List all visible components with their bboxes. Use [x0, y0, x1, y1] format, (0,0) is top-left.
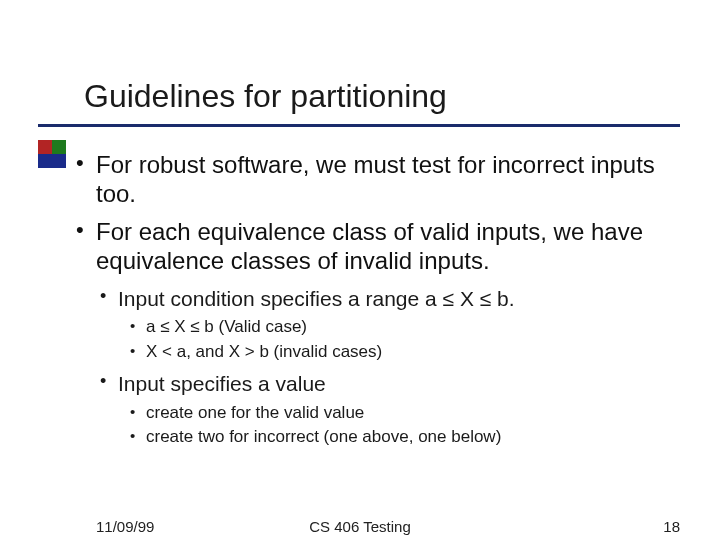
- title-row: Guidelines for partitioning: [84, 78, 680, 115]
- content-area: For robust software, we must test for in…: [96, 150, 670, 457]
- title-underline: [38, 124, 680, 127]
- bullet-item: For robust software, we must test for in…: [96, 150, 670, 209]
- bullet-text: create one for the valid value: [146, 403, 364, 422]
- bullet-text: For each equivalence class of valid inpu…: [96, 218, 643, 274]
- subsub-bullet-item: create one for the valid value: [146, 402, 670, 425]
- bullet-text: Input condition specifies a range a ≤ X …: [118, 287, 515, 310]
- footer-center: CS 406 Testing: [309, 518, 410, 535]
- bullet-list: For robust software, we must test for in…: [96, 150, 670, 449]
- subsub-bullet-list: create one for the valid value create tw…: [146, 402, 670, 450]
- subsub-bullet-item: a ≤ X ≤ b (Valid case): [146, 316, 670, 339]
- sub-bullet-item: Input specifies a value create one for t…: [118, 370, 670, 449]
- subsub-bullet-item: X < a, and X > b (invalid cases): [146, 341, 670, 364]
- bullet-text: create two for incorrect (one above, one…: [146, 427, 501, 446]
- subsub-bullet-list: a ≤ X ≤ b (Valid case) X < a, and X > b …: [146, 316, 670, 364]
- footer-date: 11/09/99: [96, 518, 154, 535]
- slide: Guidelines for partitioning For robust s…: [0, 0, 720, 540]
- page-number: 18: [663, 518, 680, 535]
- sub-bullet-item: Input condition specifies a range a ≤ X …: [118, 285, 670, 364]
- bullet-text: For robust software, we must test for in…: [96, 151, 655, 207]
- bullet-text: X < a, and X > b (invalid cases): [146, 342, 382, 361]
- bullet-text: a ≤ X ≤ b (Valid case): [146, 317, 307, 336]
- subsub-bullet-item: create two for incorrect (one above, one…: [146, 426, 670, 449]
- sub-bullet-list: Input condition specifies a range a ≤ X …: [118, 285, 670, 449]
- slide-title: Guidelines for partitioning: [84, 78, 680, 115]
- bullet-item: For each equivalence class of valid inpu…: [96, 217, 670, 450]
- bullet-text: Input specifies a value: [118, 372, 326, 395]
